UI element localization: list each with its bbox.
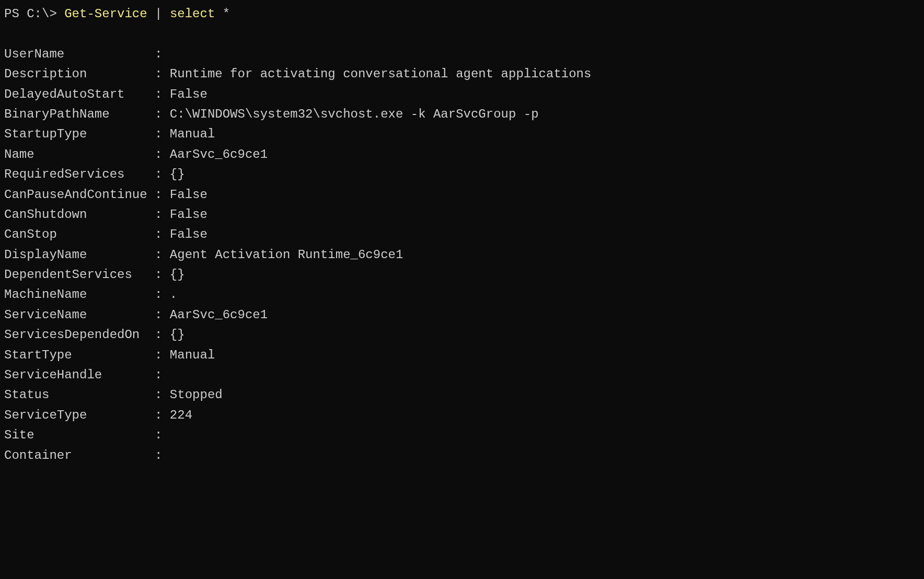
property-separator: : — [147, 328, 163, 342]
property-line: DependentServices : {} — [4, 265, 920, 285]
cmdlet-select: select — [170, 7, 215, 21]
property-value: Runtime for activating conversational ag… — [162, 67, 591, 81]
command-output: UserName :Description : Runtime for acti… — [4, 44, 920, 466]
property-name: StartType — [4, 348, 147, 362]
property-separator: : — [147, 348, 163, 362]
property-name: MachineName — [4, 287, 147, 302]
property-separator: : — [147, 87, 163, 101]
property-name: CanPauseAndContinue — [4, 188, 147, 202]
property-value: . — [162, 287, 177, 302]
property-separator: : — [147, 107, 163, 121]
property-line: ServiceHandle : — [4, 365, 920, 385]
property-separator: : — [147, 167, 163, 181]
property-name: UserName — [4, 47, 147, 61]
property-value: AarSvc_6c9ce1 — [162, 147, 268, 161]
property-separator: : — [147, 448, 163, 462]
property-line: UserName : — [4, 44, 920, 64]
property-separator: : — [147, 188, 163, 202]
prompt-prefix: PS C:\> — [4, 7, 64, 21]
cmdlet-get-service: Get-Service — [64, 7, 147, 21]
property-line: CanPauseAndContinue : False — [4, 185, 920, 205]
property-value: False — [162, 207, 207, 222]
property-name: Description — [4, 67, 147, 81]
property-separator: : — [147, 368, 163, 382]
property-separator: : — [147, 268, 163, 282]
property-name: ServiceName — [4, 308, 147, 322]
property-name: CanStop — [4, 227, 147, 241]
property-separator: : — [147, 127, 163, 141]
property-separator: : — [147, 308, 163, 322]
property-line: CanShutdown : False — [4, 205, 920, 225]
property-value: {} — [162, 268, 184, 282]
property-value: Manual — [162, 127, 215, 141]
property-value: Manual — [162, 348, 215, 362]
property-separator: : — [147, 287, 163, 302]
property-name: Site — [4, 428, 147, 442]
property-value: 224 — [162, 408, 192, 422]
property-line: Site : — [4, 425, 920, 445]
property-line: StartType : Manual — [4, 345, 920, 365]
property-line: ServiceName : AarSvc_6c9ce1 — [4, 305, 920, 325]
property-value: Agent Activation Runtime_6c9ce1 — [162, 248, 403, 262]
property-separator: : — [147, 408, 163, 422]
command-args: * — [215, 7, 230, 21]
property-value: {} — [162, 328, 184, 342]
pipe-symbol: | — [147, 7, 170, 21]
property-name: StartupType — [4, 127, 147, 141]
property-line: ServiceType : 224 — [4, 406, 920, 425]
property-line: ServicesDependedOn : {} — [4, 325, 920, 345]
property-separator: : — [147, 147, 163, 161]
property-value: False — [162, 227, 207, 241]
property-name: ServicesDependedOn — [4, 328, 147, 342]
property-value: C:\WINDOWS\system32\svchost.exe -k AarSv… — [162, 107, 538, 121]
property-name: CanShutdown — [4, 207, 147, 222]
property-separator: : — [147, 47, 163, 61]
property-value: Stopped — [162, 388, 222, 402]
property-name: BinaryPathName — [4, 107, 147, 121]
property-value: False — [162, 87, 207, 101]
property-line: Name : AarSvc_6c9ce1 — [4, 145, 920, 165]
property-line: StartupType : Manual — [4, 124, 920, 144]
property-name: Container — [4, 448, 147, 462]
property-separator: : — [147, 428, 163, 442]
property-value: False — [162, 188, 207, 202]
property-name: RequiredServices — [4, 167, 147, 181]
property-line: CanStop : False — [4, 225, 920, 245]
property-line: Status : Stopped — [4, 385, 920, 405]
property-name: Status — [4, 388, 147, 402]
property-line: DelayedAutoStart : False — [4, 85, 920, 105]
property-line: DisplayName : Agent Activation Runtime_6… — [4, 245, 920, 265]
property-name: ServiceHandle — [4, 368, 147, 382]
property-line: Container : — [4, 446, 920, 466]
property-name: Name — [4, 147, 147, 161]
property-name: ServiceType — [4, 408, 147, 422]
property-line: MachineName : . — [4, 285, 920, 305]
property-value: AarSvc_6c9ce1 — [162, 308, 268, 322]
property-name: DependentServices — [4, 268, 147, 282]
property-line: BinaryPathName : C:\WINDOWS\system32\svc… — [4, 105, 920, 124]
property-name: DelayedAutoStart — [4, 87, 147, 101]
property-value: {} — [162, 167, 184, 181]
property-separator: : — [147, 207, 163, 222]
property-name: DisplayName — [4, 248, 147, 262]
property-line: Description : Runtime for activating con… — [4, 64, 920, 84]
property-line: RequiredServices : {} — [4, 165, 920, 184]
property-separator: : — [147, 388, 163, 402]
property-separator: : — [147, 227, 163, 241]
property-separator: : — [147, 67, 163, 81]
property-separator: : — [147, 248, 163, 262]
command-prompt-line[interactable]: PS C:\> Get-Service | select * — [4, 4, 920, 24]
